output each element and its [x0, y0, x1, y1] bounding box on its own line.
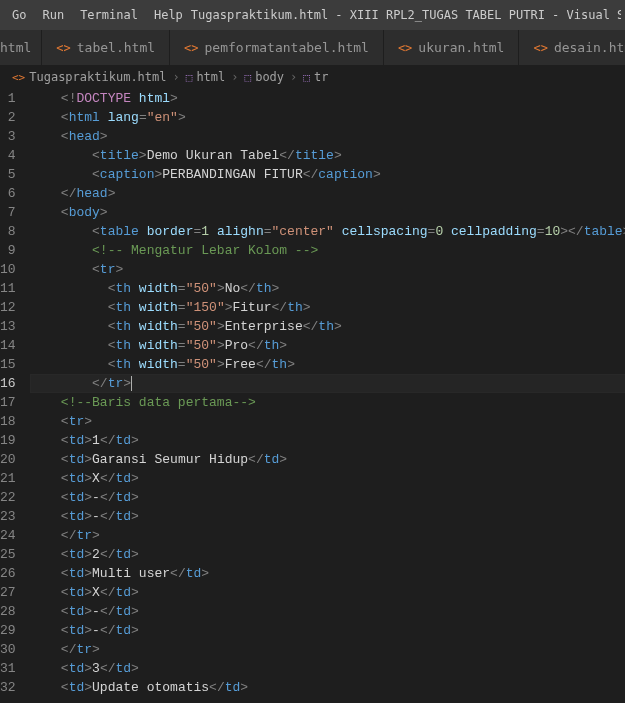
- menu-terminal[interactable]: Terminal: [72, 4, 146, 26]
- symbol-icon: ⬚: [245, 71, 252, 84]
- line-number: 15: [0, 355, 16, 374]
- line-number: 6: [0, 184, 16, 203]
- text-cursor: [131, 376, 132, 391]
- menu-run[interactable]: Run: [34, 4, 72, 26]
- line-number-gutter: 1234567891011121314151617181920212223242…: [0, 89, 30, 697]
- code-line[interactable]: </head>: [30, 184, 625, 203]
- code-line[interactable]: <td>2</td>: [30, 545, 625, 564]
- tab-ukuran[interactable]: <> ukuran.html: [384, 30, 520, 65]
- line-number: 19: [0, 431, 16, 450]
- line-number: 11: [0, 279, 16, 298]
- line-number: 21: [0, 469, 16, 488]
- line-number: 23: [0, 507, 16, 526]
- line-number: 27: [0, 583, 16, 602]
- code-line[interactable]: <!-- Mengatur Lebar Kolom -->: [30, 241, 625, 260]
- line-number: 26: [0, 564, 16, 583]
- code-line[interactable]: <tr>: [30, 412, 625, 431]
- chevron-right-icon: ›: [173, 70, 180, 84]
- line-number: 9: [0, 241, 16, 260]
- line-number: 24: [0, 526, 16, 545]
- line-number: 5: [0, 165, 16, 184]
- menu-bar: Go Run Terminal Help Tugaspraktikum.html…: [0, 0, 625, 30]
- editor-tab-bar: html <> tabel.html <> pemformatantabel.h…: [0, 30, 625, 65]
- line-number: 32: [0, 678, 16, 697]
- line-number: 8: [0, 222, 16, 241]
- chevron-right-icon: ›: [231, 70, 238, 84]
- code-line[interactable]: <head>: [30, 127, 625, 146]
- html-icon: <>: [398, 41, 412, 55]
- code-line[interactable]: <td>X</td>: [30, 469, 625, 488]
- tab-html[interactable]: html: [0, 30, 42, 65]
- code-line[interactable]: <!DOCTYPE html>: [30, 89, 625, 108]
- tab-tabel[interactable]: <> tabel.html: [42, 30, 170, 65]
- tab-label: pemformatantabel.html: [205, 40, 369, 55]
- code-line[interactable]: </tr>: [30, 374, 625, 393]
- tab-desain[interactable]: <> desain.html: [519, 30, 625, 65]
- code-line[interactable]: </tr>: [30, 526, 625, 545]
- line-number: 18: [0, 412, 16, 431]
- menu-go[interactable]: Go: [4, 4, 34, 26]
- code-line[interactable]: <th width="50">Free</th>: [30, 355, 625, 374]
- line-number: 4: [0, 146, 16, 165]
- code-line[interactable]: <td>Multi user</td>: [30, 564, 625, 583]
- html-icon: <>: [12, 71, 25, 84]
- line-number: 10: [0, 260, 16, 279]
- breadcrumb-part[interactable]: tr: [314, 70, 328, 84]
- html-icon: <>: [184, 41, 198, 55]
- html-icon: <>: [56, 41, 70, 55]
- code-line[interactable]: <caption>PERBANDINGAN FITUR</caption>: [30, 165, 625, 184]
- menu-help[interactable]: Help: [146, 4, 191, 26]
- code-line[interactable]: <th width="150">Fitur</th>: [30, 298, 625, 317]
- line-number: 1: [0, 89, 16, 108]
- code-line[interactable]: <td>3</td>: [30, 659, 625, 678]
- code-line[interactable]: <td>1</td>: [30, 431, 625, 450]
- line-number: 17: [0, 393, 16, 412]
- code-line[interactable]: <td>Garansi Seumur Hidup</td>: [30, 450, 625, 469]
- code-line[interactable]: <!--Baris data pertama-->: [30, 393, 625, 412]
- line-number: 16: [0, 374, 16, 393]
- tab-label: ukuran.html: [418, 40, 504, 55]
- line-number: 31: [0, 659, 16, 678]
- breadcrumb-file[interactable]: Tugaspraktikum.html: [29, 70, 166, 84]
- symbol-icon: ⬚: [303, 71, 310, 84]
- code-line[interactable]: <th width="50">Enterprise</th>: [30, 317, 625, 336]
- line-number: 22: [0, 488, 16, 507]
- code-line[interactable]: <table border=1 alighn="center" cellspac…: [30, 222, 625, 241]
- tab-label: html: [0, 40, 31, 55]
- line-number: 30: [0, 640, 16, 659]
- code-editor[interactable]: 1234567891011121314151617181920212223242…: [0, 89, 625, 697]
- line-number: 2: [0, 108, 16, 127]
- line-number: 20: [0, 450, 16, 469]
- breadcrumb-part[interactable]: body: [255, 70, 284, 84]
- code-line[interactable]: <td>-</td>: [30, 621, 625, 640]
- line-number: 12: [0, 298, 16, 317]
- code-line[interactable]: <td>Update otomatis</td>: [30, 678, 625, 697]
- breadcrumb-part[interactable]: html: [196, 70, 225, 84]
- tab-pemformatantabel[interactable]: <> pemformatantabel.html: [170, 30, 384, 65]
- line-number: 25: [0, 545, 16, 564]
- code-line[interactable]: <tr>: [30, 260, 625, 279]
- code-content[interactable]: <!DOCTYPE html> <html lang="en"> <head> …: [30, 89, 625, 697]
- line-number: 29: [0, 621, 16, 640]
- tab-label: tabel.html: [77, 40, 155, 55]
- code-line[interactable]: <td>-</td>: [30, 507, 625, 526]
- line-number: 7: [0, 203, 16, 222]
- code-line[interactable]: <title>Demo Ukuran Tabel</title>: [30, 146, 625, 165]
- symbol-icon: ⬚: [186, 71, 193, 84]
- code-line[interactable]: <td>-</td>: [30, 602, 625, 621]
- line-number: 13: [0, 317, 16, 336]
- code-line[interactable]: <td>-</td>: [30, 488, 625, 507]
- line-number: 14: [0, 336, 16, 355]
- code-line[interactable]: <html lang="en">: [30, 108, 625, 127]
- code-line[interactable]: <td>X</td>: [30, 583, 625, 602]
- code-line[interactable]: </tr>: [30, 640, 625, 659]
- code-line[interactable]: <th width="50">Pro</th>: [30, 336, 625, 355]
- code-line[interactable]: <body>: [30, 203, 625, 222]
- line-number: 3: [0, 127, 16, 146]
- breadcrumb[interactable]: <> Tugaspraktikum.html › ⬚ html › ⬚ body…: [0, 65, 625, 89]
- line-number: 28: [0, 602, 16, 621]
- window-title: Tugaspraktikum.html - XIII RPL2_TUGAS TA…: [191, 8, 621, 22]
- tab-label: desain.html: [554, 40, 625, 55]
- html-icon: <>: [533, 41, 547, 55]
- code-line[interactable]: <th width="50">No</th>: [30, 279, 625, 298]
